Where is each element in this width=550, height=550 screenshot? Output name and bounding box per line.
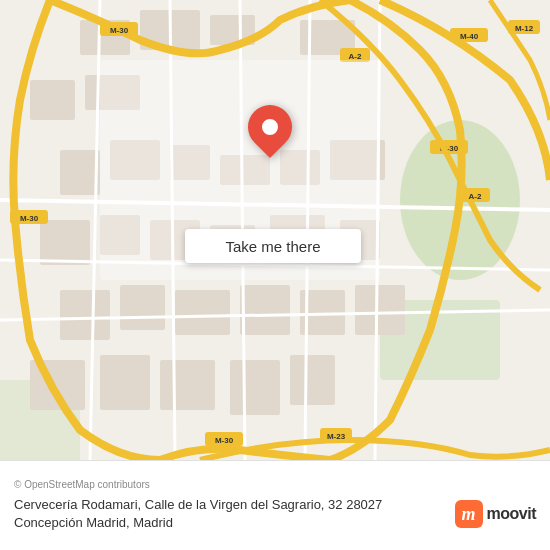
svg-text:M-30: M-30: [215, 436, 234, 445]
svg-rect-24: [175, 290, 230, 335]
svg-rect-23: [120, 285, 165, 330]
svg-text:M-12: M-12: [515, 24, 534, 33]
svg-rect-25: [240, 285, 290, 335]
take-me-there-button[interactable]: Take me there: [185, 229, 361, 263]
pin-dot: [259, 116, 282, 139]
svg-rect-27: [355, 285, 405, 335]
svg-text:A-2: A-2: [349, 52, 362, 61]
map-container: M-30 M-30 M-30 M-30 M-40 A-2 A-2 M-12 M-…: [0, 0, 550, 460]
svg-rect-22: [60, 290, 110, 340]
svg-rect-16: [40, 220, 90, 265]
moovit-icon-letter: m: [462, 504, 476, 525]
svg-rect-10: [60, 150, 100, 195]
svg-text:M-30: M-30: [110, 26, 129, 35]
svg-text:M-40: M-40: [460, 32, 479, 41]
moovit-text: moovit: [487, 505, 536, 523]
svg-rect-32: [290, 355, 335, 405]
footer: © OpenStreetMap contributors Cervecería …: [0, 460, 550, 550]
map-pin: [248, 105, 292, 149]
place-name: Cervecería Rodamari, Calle de la Virgen …: [14, 496, 445, 532]
pin-body: [239, 96, 301, 158]
moovit-icon: m: [455, 500, 483, 528]
svg-text:A-2: A-2: [469, 192, 482, 201]
attribution-text: © OpenStreetMap contributors: [14, 479, 150, 490]
svg-rect-8: [30, 80, 75, 120]
svg-rect-30: [160, 360, 215, 410]
svg-text:M-23: M-23: [327, 432, 346, 441]
map-attribution: © OpenStreetMap contributors: [14, 479, 536, 490]
moovit-logo: m moovit: [455, 500, 536, 528]
svg-rect-31: [230, 360, 280, 415]
footer-content: Cervecería Rodamari, Calle de la Virgen …: [14, 496, 536, 532]
svg-rect-29: [100, 355, 150, 410]
svg-text:M-30: M-30: [20, 214, 39, 223]
